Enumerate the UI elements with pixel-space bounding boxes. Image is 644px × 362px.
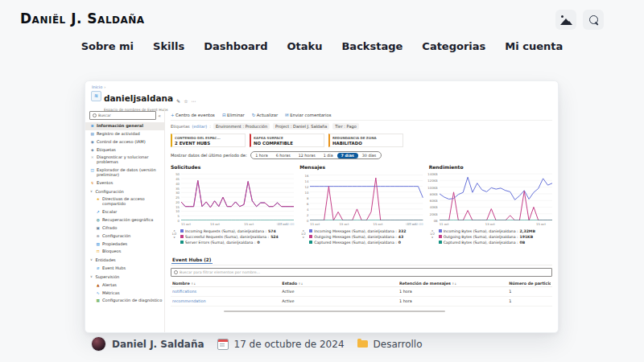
sidebar-item[interactable]: ◫ Explorador de datos (versión prelimina… bbox=[85, 167, 164, 179]
theme-button[interactable] bbox=[555, 10, 576, 30]
sidebar-item[interactable]: ∨ Configuración bbox=[85, 188, 164, 196]
legend-label: Outgoing Messages (Suma), danieljsaldana… bbox=[314, 235, 396, 239]
chart-title: Mensajes bbox=[299, 164, 423, 170]
metric-charts: Solicitudes 50454035302520151050 11 oct1… bbox=[171, 164, 552, 245]
sidebar-item[interactable]: ◉ Control de acceso (IAM) bbox=[85, 138, 164, 146]
sidebar-item-label: Bloqueos bbox=[102, 249, 163, 254]
sidebar-item[interactable]: ↗ Escalar bbox=[85, 208, 164, 216]
legend-pager[interactable]: ∧1/2∨ bbox=[299, 229, 307, 245]
time-range-option[interactable]: 1 día bbox=[320, 153, 337, 158]
edit-tags-link[interactable]: (editar) bbox=[192, 124, 208, 129]
command-button[interactable]: ✉ Enviar comentarios bbox=[285, 113, 331, 117]
legend-item[interactable]: Incoming Messages (Suma), danieljsaldana… bbox=[309, 229, 423, 233]
sort-icon[interactable]: ↑↓ bbox=[299, 282, 303, 286]
legend-item[interactable]: Incoming Bytes (Suma), danieljsaldana : … bbox=[439, 229, 552, 233]
sort-icon[interactable]: ↑↓ bbox=[191, 282, 196, 286]
favorite-star-icon[interactable]: ☆ bbox=[184, 98, 188, 104]
legend-pager[interactable]: ∧1/2∨ bbox=[429, 229, 436, 245]
y-axis-tick: 140KB bbox=[427, 172, 437, 176]
sidebar-item[interactable]: ▲ Alertas bbox=[85, 282, 164, 290]
sidebar-item[interactable]: ⊛ Configuración bbox=[85, 232, 164, 241]
sidebar-item[interactable]: ▣ Cifrado bbox=[85, 224, 164, 232]
more-icon[interactable]: ⋯ bbox=[192, 98, 196, 104]
collapse-menu-icon[interactable]: « bbox=[158, 113, 161, 118]
time-range-label: Mostrar datos del último período de: bbox=[171, 153, 247, 158]
edit-icon[interactable]: ✎ bbox=[176, 98, 180, 104]
sidebar-item[interactable]: ≡ Información general bbox=[85, 122, 164, 130]
sidebar-item[interactable]: ◍ Recuperación geográfica bbox=[85, 216, 164, 224]
column-header[interactable]: Estado↑↓ bbox=[282, 281, 399, 286]
column-header[interactable]: Número de particiones↑↓ bbox=[509, 281, 551, 286]
time-range-option[interactable]: 1 hora bbox=[251, 153, 271, 158]
x-axis-tick: 15 oct bbox=[374, 222, 383, 226]
breadcrumb-home-link[interactable]: Inicio bbox=[92, 84, 102, 89]
sort-icon[interactable]: ↑↓ bbox=[452, 282, 456, 286]
nav-link[interactable]: Otaku bbox=[287, 40, 323, 52]
command-button[interactable]: ⊟ Eliminar bbox=[222, 113, 245, 117]
command-button[interactable]: ↻ Actualizar bbox=[252, 113, 278, 117]
legend-item[interactable]: Server Errors (Suma), danieljsaldana : 0 bbox=[180, 241, 294, 245]
nav-link[interactable]: Backstage bbox=[341, 40, 402, 52]
site-logo[interactable]: Daniël J. Saldaña bbox=[20, 10, 145, 27]
author-avatar[interactable] bbox=[91, 336, 106, 352]
author-name[interactable]: Daniel J. Saldaña bbox=[112, 339, 204, 350]
header-actions bbox=[555, 10, 604, 30]
command-button[interactable]: + Centro de eventos bbox=[171, 113, 215, 117]
sidebar-item-label: Configuración de diagnóstico bbox=[102, 298, 163, 303]
nav-link[interactable]: Dashboard bbox=[204, 40, 267, 52]
post-category[interactable]: Desarrollo bbox=[374, 339, 423, 350]
sidebar-item[interactable]: ▤ Registro de actividad bbox=[85, 130, 164, 138]
column-header[interactable]: Retención de mensajes↑↓ bbox=[399, 281, 509, 286]
tag-pill[interactable]: Tier : Pago bbox=[332, 123, 358, 130]
sidebar-item[interactable]: ∨ Entidades bbox=[85, 257, 164, 265]
sidebar-item[interactable]: ◆ Etiquetas bbox=[85, 146, 164, 154]
tag-pill[interactable]: Environment : Producción bbox=[213, 123, 270, 130]
legend-item[interactable]: Captured Messages (Suma), danieljsaldana… bbox=[309, 241, 423, 245]
horizontal-scrollbar[interactable] bbox=[224, 311, 445, 313]
sidebar-item[interactable]: ★ Directivas de acceso compartido bbox=[85, 195, 164, 208]
time-range-option[interactable]: 6 horas bbox=[272, 153, 295, 158]
table-row[interactable]: notifications Active 1 hora 1 bbox=[171, 287, 552, 297]
sidebar-item[interactable]: ▦ Configuración de diagnóstico bbox=[85, 297, 164, 305]
legend-item[interactable]: Outgoing Bytes (Suma), danieljsaldana : … bbox=[439, 235, 552, 239]
event-hub-link[interactable]: notifications bbox=[172, 289, 282, 294]
legend-item[interactable]: Successful Requests (Suma), danieljsalda… bbox=[180, 235, 294, 239]
sidebar-item[interactable]: ≋ Event Hubs bbox=[85, 265, 164, 273]
x-axis: 11 oct13 oct15 oct17 octUTC+02:00 bbox=[310, 222, 423, 226]
legend-item[interactable]: Captured Bytes (Suma), danieljsaldana : … bbox=[439, 241, 552, 245]
breadcrumb-separator: › bbox=[104, 84, 105, 89]
sidebar-item[interactable]: × Diagnosticar y solucionar problemas bbox=[85, 154, 164, 167]
x-axis: 11 oct13 oct15 oct17 octUTC+02:00 bbox=[181, 222, 294, 226]
sidebar-item[interactable]: ⊡ Bloqueos bbox=[85, 248, 164, 256]
nav-link[interactable]: Mi cuenta bbox=[505, 40, 563, 52]
time-range-option[interactable]: 12 horas bbox=[295, 153, 320, 158]
search-button[interactable] bbox=[583, 10, 604, 30]
legend-item[interactable]: Outgoing Messages (Suma), danieljsaldana… bbox=[309, 235, 423, 239]
chart-canvas[interactable] bbox=[440, 172, 552, 220]
y-axis: 50454035302520151050 bbox=[171, 172, 181, 220]
alerts-icon: ▲ bbox=[96, 283, 101, 287]
nav-link[interactable]: Sobre mi bbox=[81, 40, 134, 52]
nav-link[interactable]: Categorias bbox=[422, 40, 485, 52]
chart-canvas[interactable] bbox=[181, 172, 294, 220]
sidebar-item[interactable]: ↯ Eventos bbox=[85, 179, 164, 187]
chart-canvas[interactable] bbox=[310, 172, 423, 220]
legend-pager[interactable]: ∧1/2∨ bbox=[171, 229, 178, 245]
menu-search-input[interactable]: Buscar bbox=[89, 111, 156, 120]
table-row[interactable]: recommendation Active 1 hora 1 bbox=[171, 297, 552, 306]
nav-link[interactable]: Skills bbox=[153, 40, 184, 52]
column-header[interactable]: Nombre↑↓ bbox=[172, 281, 282, 286]
sidebar-item[interactable]: ▤ Propiedades bbox=[85, 241, 164, 249]
time-range-option[interactable]: 30 días bbox=[358, 153, 380, 158]
time-range-option[interactable]: 7 días bbox=[337, 153, 358, 158]
legend-item[interactable]: Incoming Requests (Suma), danieljsaldana… bbox=[180, 229, 294, 233]
sidebar-item[interactable]: ∿ Métricas bbox=[85, 290, 164, 298]
sidebar-item[interactable]: ∨ Supervisión bbox=[85, 274, 164, 282]
y-axis-tick: 6 bbox=[307, 201, 308, 205]
command-label: Centro de eventos bbox=[175, 113, 215, 117]
event-hub-link[interactable]: recommendation bbox=[172, 298, 282, 303]
stat-card: REDUNDANCIA DE ZONA HABILITADO bbox=[328, 134, 403, 147]
tag-pill[interactable]: Project : Daniel J. Saldaña bbox=[273, 123, 329, 130]
event-hubs-tab[interactable]: Event Hubs (2) bbox=[171, 257, 213, 265]
table-filter-input[interactable]: Buscar para filtrar elementos por nombre… bbox=[171, 268, 552, 277]
